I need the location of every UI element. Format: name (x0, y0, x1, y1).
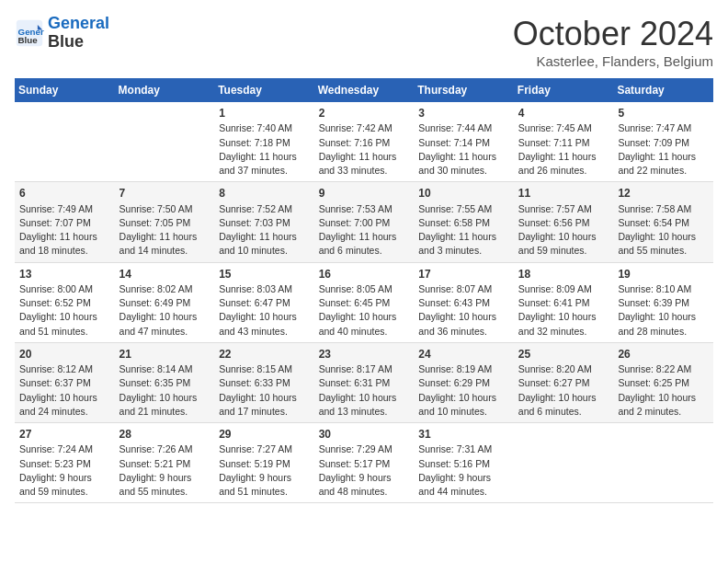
calendar-week-row: 1Sunrise: 7:40 AM Sunset: 7:18 PM Daylig… (15, 102, 713, 182)
calendar-cell: 19Sunrise: 8:10 AM Sunset: 6:39 PM Dayli… (613, 262, 713, 342)
calendar-cell: 31Sunrise: 7:31 AM Sunset: 5:16 PM Dayli… (414, 423, 514, 503)
weekday-header: Saturday (613, 78, 713, 102)
logo: General Blue GeneralBlue (15, 15, 109, 52)
cell-content: Sunrise: 7:52 AM Sunset: 7:03 PM Dayligh… (219, 202, 310, 259)
cell-content: Sunrise: 8:14 AM Sunset: 6:35 PM Dayligh… (119, 362, 210, 419)
cell-content: Sunrise: 8:00 AM Sunset: 6:52 PM Dayligh… (19, 282, 110, 339)
calendar-week-row: 27Sunrise: 7:24 AM Sunset: 5:23 PM Dayli… (15, 423, 713, 503)
calendar-cell: 1Sunrise: 7:40 AM Sunset: 7:18 PM Daylig… (214, 102, 314, 182)
calendar-cell (15, 102, 115, 182)
calendar-cell: 14Sunrise: 8:02 AM Sunset: 6:49 PM Dayli… (115, 262, 215, 342)
day-number: 17 (418, 267, 509, 282)
cell-content: Sunrise: 8:07 AM Sunset: 6:43 PM Dayligh… (418, 282, 509, 339)
logo-text: GeneralBlue (48, 15, 109, 52)
weekday-header: Wednesday (314, 78, 415, 102)
calendar-cell: 4Sunrise: 7:45 AM Sunset: 7:11 PM Daylig… (514, 102, 614, 182)
day-number: 30 (319, 427, 410, 442)
calendar-cell (115, 102, 215, 182)
day-number: 26 (618, 347, 709, 362)
calendar-cell: 11Sunrise: 7:57 AM Sunset: 6:56 PM Dayli… (514, 182, 614, 262)
calendar-cell: 6Sunrise: 7:49 AM Sunset: 7:07 PM Daylig… (15, 182, 115, 262)
day-number: 5 (618, 106, 709, 121)
day-number: 9 (319, 186, 410, 201)
day-number: 27 (19, 427, 110, 442)
cell-content: Sunrise: 7:26 AM Sunset: 5:21 PM Dayligh… (119, 442, 210, 499)
weekday-header: Tuesday (214, 78, 314, 102)
day-number: 25 (518, 347, 609, 362)
day-number: 7 (119, 186, 210, 201)
calendar-cell: 5Sunrise: 7:47 AM Sunset: 7:09 PM Daylig… (613, 102, 713, 182)
calendar-cell: 25Sunrise: 8:20 AM Sunset: 6:27 PM Dayli… (514, 342, 614, 422)
logo-icon: General Blue (15, 18, 44, 48)
weekday-header: Sunday (15, 78, 115, 102)
calendar-cell: 10Sunrise: 7:55 AM Sunset: 6:58 PM Dayli… (414, 182, 514, 262)
month-title: October 2024 (513, 15, 713, 53)
cell-content: Sunrise: 8:15 AM Sunset: 6:33 PM Dayligh… (219, 362, 310, 419)
location: Kasterlee, Flanders, Belgium (513, 53, 713, 69)
calendar-table: SundayMondayTuesdayWednesdayThursdayFrid… (15, 78, 713, 503)
calendar-cell (613, 423, 713, 503)
cell-content: Sunrise: 7:27 AM Sunset: 5:19 PM Dayligh… (219, 442, 310, 499)
cell-content: Sunrise: 7:57 AM Sunset: 6:56 PM Dayligh… (518, 202, 609, 259)
calendar-cell: 2Sunrise: 7:42 AM Sunset: 7:16 PM Daylig… (314, 102, 415, 182)
day-number: 18 (518, 267, 609, 282)
calendar-cell: 17Sunrise: 8:07 AM Sunset: 6:43 PM Dayli… (414, 262, 514, 342)
day-number: 15 (219, 267, 310, 282)
calendar-cell: 7Sunrise: 7:50 AM Sunset: 7:05 PM Daylig… (115, 182, 215, 262)
weekday-header-row: SundayMondayTuesdayWednesdayThursdayFrid… (15, 78, 713, 102)
cell-content: Sunrise: 7:40 AM Sunset: 7:18 PM Dayligh… (219, 121, 310, 178)
cell-content: Sunrise: 7:24 AM Sunset: 5:23 PM Dayligh… (19, 442, 110, 499)
day-number: 28 (119, 427, 210, 442)
day-number: 2 (319, 106, 410, 121)
cell-content: Sunrise: 8:05 AM Sunset: 6:45 PM Dayligh… (319, 282, 410, 339)
day-number: 13 (19, 267, 110, 282)
weekday-header: Thursday (414, 78, 514, 102)
weekday-header: Friday (514, 78, 614, 102)
cell-content: Sunrise: 8:03 AM Sunset: 6:47 PM Dayligh… (219, 282, 310, 339)
cell-content: Sunrise: 8:20 AM Sunset: 6:27 PM Dayligh… (518, 362, 609, 419)
cell-content: Sunrise: 7:50 AM Sunset: 7:05 PM Dayligh… (119, 202, 210, 259)
calendar-cell: 24Sunrise: 8:19 AM Sunset: 6:29 PM Dayli… (414, 342, 514, 422)
day-number: 22 (219, 347, 310, 362)
calendar-cell: 28Sunrise: 7:26 AM Sunset: 5:21 PM Dayli… (115, 423, 215, 503)
cell-content: Sunrise: 8:10 AM Sunset: 6:39 PM Dayligh… (618, 282, 709, 339)
calendar-cell: 9Sunrise: 7:53 AM Sunset: 7:00 PM Daylig… (314, 182, 415, 262)
cell-content: Sunrise: 8:22 AM Sunset: 6:25 PM Dayligh… (618, 362, 709, 419)
day-number: 16 (319, 267, 410, 282)
calendar-cell: 26Sunrise: 8:22 AM Sunset: 6:25 PM Dayli… (613, 342, 713, 422)
calendar-week-row: 20Sunrise: 8:12 AM Sunset: 6:37 PM Dayli… (15, 342, 713, 422)
calendar-cell: 3Sunrise: 7:44 AM Sunset: 7:14 PM Daylig… (414, 102, 514, 182)
day-number: 12 (618, 186, 709, 201)
cell-content: Sunrise: 8:09 AM Sunset: 6:41 PM Dayligh… (518, 282, 609, 339)
cell-content: Sunrise: 7:53 AM Sunset: 7:00 PM Dayligh… (319, 202, 410, 259)
weekday-header: Monday (115, 78, 215, 102)
day-number: 14 (119, 267, 210, 282)
day-number: 4 (518, 106, 609, 121)
day-number: 23 (319, 347, 410, 362)
day-number: 8 (219, 186, 310, 201)
page-header: General Blue GeneralBlue October 2024 Ka… (15, 15, 713, 69)
cell-content: Sunrise: 8:17 AM Sunset: 6:31 PM Dayligh… (319, 362, 410, 419)
day-number: 11 (518, 186, 609, 201)
calendar-cell: 22Sunrise: 8:15 AM Sunset: 6:33 PM Dayli… (214, 342, 314, 422)
calendar-cell (514, 423, 614, 503)
calendar-week-row: 13Sunrise: 8:00 AM Sunset: 6:52 PM Dayli… (15, 262, 713, 342)
day-number: 20 (19, 347, 110, 362)
title-block: October 2024 Kasterlee, Flanders, Belgiu… (513, 15, 713, 69)
cell-content: Sunrise: 7:31 AM Sunset: 5:16 PM Dayligh… (418, 442, 509, 499)
day-number: 1 (219, 106, 310, 121)
day-number: 21 (119, 347, 210, 362)
cell-content: Sunrise: 8:19 AM Sunset: 6:29 PM Dayligh… (418, 362, 509, 419)
calendar-cell: 23Sunrise: 8:17 AM Sunset: 6:31 PM Dayli… (314, 342, 415, 422)
calendar-week-row: 6Sunrise: 7:49 AM Sunset: 7:07 PM Daylig… (15, 182, 713, 262)
day-number: 10 (418, 186, 509, 201)
cell-content: Sunrise: 7:45 AM Sunset: 7:11 PM Dayligh… (518, 121, 609, 178)
day-number: 24 (418, 347, 509, 362)
day-number: 29 (219, 427, 310, 442)
calendar-cell: 13Sunrise: 8:00 AM Sunset: 6:52 PM Dayli… (15, 262, 115, 342)
svg-text:Blue: Blue (18, 34, 39, 44)
cell-content: Sunrise: 7:42 AM Sunset: 7:16 PM Dayligh… (319, 121, 410, 178)
calendar-cell: 29Sunrise: 7:27 AM Sunset: 5:19 PM Dayli… (214, 423, 314, 503)
cell-content: Sunrise: 7:44 AM Sunset: 7:14 PM Dayligh… (418, 121, 509, 178)
calendar-cell: 20Sunrise: 8:12 AM Sunset: 6:37 PM Dayli… (15, 342, 115, 422)
